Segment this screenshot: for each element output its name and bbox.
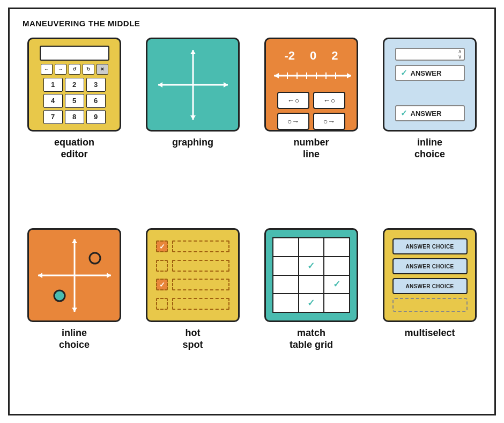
mtg-cell-3-0: [273, 294, 299, 312]
mtg-content: ✓ ✓ ✓: [266, 230, 357, 320]
eq-btn-left-arrow: ←: [41, 64, 53, 75]
eq-num-6: 6: [86, 94, 106, 108]
hs-checkbox-1: ✓: [156, 240, 168, 252]
hs-check-3: ✓: [159, 281, 165, 289]
ms-choice-2: ANSWER CHOICE: [392, 258, 468, 274]
ic-answer-spacer: [395, 85, 465, 101]
hs-checkbox-2: [156, 260, 168, 272]
eq-num-8: 8: [65, 110, 84, 124]
mtg-cell-1-2: [324, 257, 350, 275]
label-multiselect: multiselect: [404, 327, 455, 339]
main-container: MANEUVERING THE MIDDLE ← → ↺ ↻ ✕ 1 2: [8, 8, 496, 415]
ic-answer-text-2: ANSWER: [411, 110, 442, 118]
eq-editor-content: ← → ↺ ↻ ✕ 1 2 3 4 5 6 7 8: [29, 39, 120, 130]
mtg-check-2-2: ✓: [333, 279, 340, 289]
ilc-svg: [32, 232, 117, 318]
label-inline-choice-top: inlinechoice: [414, 137, 445, 160]
cell-match-table-grid: ✓ ✓ ✓: [260, 228, 363, 404]
hs-bar-2: [172, 260, 229, 272]
ic-answer-text-1: ANSWER: [411, 69, 442, 77]
ic-spinner-arrows: ∧ ∨: [458, 49, 462, 60]
nl-label-0: 0: [310, 49, 316, 63]
hs-bar-4: [172, 298, 229, 310]
label-equation-editor: equationeditor: [54, 137, 94, 160]
eq-btn-delete: ✕: [97, 64, 108, 75]
eq-btn-redo: ↻: [83, 64, 94, 75]
icon-number-line: -2 0 2: [264, 38, 358, 132]
ic-content: ∧ ∨ ✓ ANSWER ✓ ANSWER: [384, 39, 475, 130]
mtg-row-1: ✓: [273, 257, 350, 275]
mtg-check-3-1: ✓: [307, 298, 315, 308]
ic-check-1: ✓: [401, 68, 407, 78]
mtg-cell-1-0: [273, 257, 299, 275]
mtg-cell-2-2: ✓: [324, 275, 350, 294]
label-match-table-grid: matchtable grid: [290, 327, 333, 351]
mtg-header-1: [299, 238, 324, 257]
svg-point-21: [90, 253, 100, 264]
eq-numpad: 1 2 3 4 5 6 7 8 9: [43, 78, 106, 124]
eq-num-4: 4: [43, 94, 63, 108]
ms-content: ANSWER CHOICE ANSWER CHOICE ANSWER CHOIC…: [384, 230, 475, 320]
eq-btn-undo: ↺: [69, 64, 80, 75]
ms-choice-3: ANSWER CHOICE: [392, 278, 468, 294]
icon-inline-choice-top: ∧ ∨ ✓ ANSWER ✓ ANSWER: [383, 38, 477, 132]
label-number-line: numberline: [293, 137, 329, 160]
eq-num-3: 3: [86, 78, 106, 92]
cell-multiselect: ANSWER CHOICE ANSWER CHOICE ANSWER CHOIC…: [378, 228, 481, 404]
label-inline-choice-bottom: inlinechoice: [59, 327, 90, 351]
ilc-graph-content: [29, 230, 120, 320]
mtg-header-2: [324, 238, 350, 257]
hs-checkbox-4: [156, 298, 168, 310]
graph-content: [147, 39, 238, 130]
cell-inline-choice-top: ∧ ∨ ✓ ANSWER ✓ ANSWER inlinechoice: [378, 38, 481, 213]
hs-bar-3: [172, 279, 229, 290]
hs-row-1: ✓: [156, 240, 229, 252]
hs-bar-1: [172, 240, 229, 252]
nl-btn-open-right: ○→: [313, 113, 345, 130]
ms-choice-1: ANSWER CHOICE: [392, 238, 468, 254]
mtg-cell-3-1: ✓: [299, 294, 324, 312]
mtg-cell-2-1: [299, 275, 324, 294]
eq-display: [40, 46, 109, 61]
ic-answer-1: ✓ ANSWER: [395, 65, 465, 81]
svg-marker-16: [107, 273, 111, 278]
eq-num-7: 7: [43, 110, 63, 124]
ic-check-2: ✓: [401, 108, 407, 118]
cell-graphing: graphing: [141, 38, 244, 213]
hs-row-2: [156, 260, 229, 272]
mtg-cell-1-1: ✓: [299, 257, 324, 275]
nl-btn-close-right: ←○: [313, 92, 345, 109]
eq-num-2: 2: [65, 78, 84, 92]
mtg-cell-3-2: [324, 294, 350, 312]
icon-graphing: [146, 38, 240, 132]
svg-marker-5: [190, 115, 196, 120]
hs-content: ✓ ✓: [147, 230, 238, 320]
label-hot-spot: hotspot: [183, 327, 203, 351]
numline-content: -2 0 2: [266, 39, 357, 130]
nl-label-neg2: -2: [284, 49, 295, 63]
eq-num-9: 9: [86, 110, 106, 124]
mtg-header-0: [273, 238, 299, 257]
nl-label-2: 2: [331, 49, 338, 63]
icon-match-table-grid: ✓ ✓ ✓: [264, 228, 358, 322]
mtg-row-2: ✓: [273, 275, 350, 294]
eq-btn-right-arrow: →: [55, 64, 66, 75]
svg-marker-19: [72, 239, 77, 243]
icon-hot-spot: ✓ ✓: [146, 228, 240, 322]
svg-marker-8: [347, 73, 351, 78]
icon-multiselect: ANSWER CHOICE ANSWER CHOICE ANSWER CHOIC…: [383, 228, 477, 322]
ic-spinner: ∧ ∨: [395, 48, 465, 61]
icon-grid: ← → ↺ ↻ ✕ 1 2 3 4 5 6 7 8: [23, 38, 481, 404]
svg-marker-1: [224, 82, 228, 87]
cell-inline-choice-bottom: inlinechoice: [23, 228, 126, 404]
label-graphing: graphing: [172, 137, 213, 149]
ic-answer-2: ✓ ANSWER: [395, 105, 465, 121]
svg-marker-17: [38, 273, 42, 278]
hs-checkbox-3: ✓: [156, 279, 168, 290]
mtg-table: ✓ ✓ ✓: [272, 237, 350, 313]
eq-num-5: 5: [65, 94, 84, 108]
ms-empty-choice: [392, 298, 468, 312]
nl-buttons: ←○ ←○ ○→ ○→: [277, 92, 345, 130]
nl-line-wrap: [271, 68, 351, 83]
eq-num-1: 1: [43, 78, 63, 92]
